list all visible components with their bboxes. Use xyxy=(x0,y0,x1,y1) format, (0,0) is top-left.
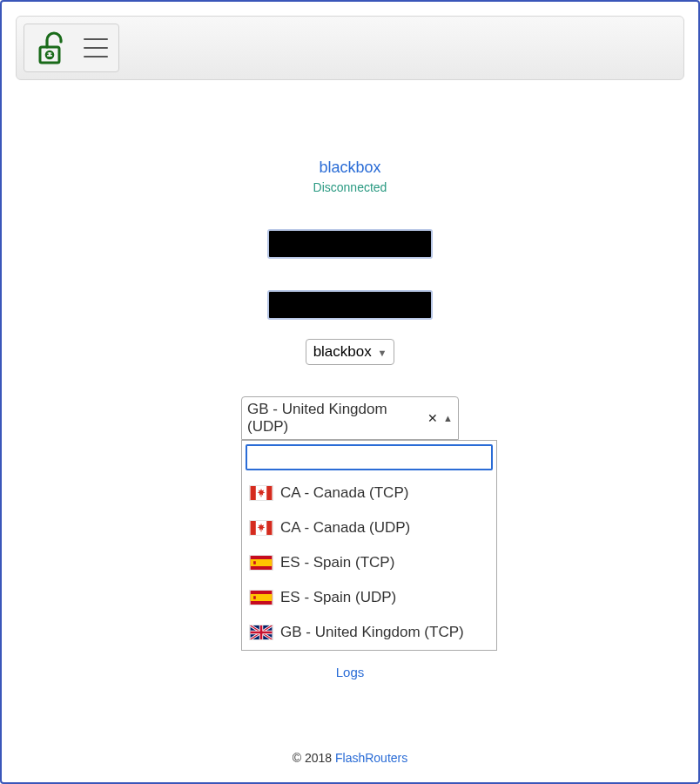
main-content: blackbox Disconnected blackbox ▼ GB - Un… xyxy=(16,159,684,679)
svg-point-2 xyxy=(47,53,49,55)
server-selected-label: GB - United Kingdom (UDP) xyxy=(247,401,426,436)
server-option-list[interactable]: CA - Canada (TCP)CA - Canada (UDP)ES - S… xyxy=(246,476,493,646)
username-field[interactable] xyxy=(267,229,433,259)
server-dropdown-panel: CA - Canada (TCP)CA - Canada (UDP)ES - S… xyxy=(241,440,497,651)
server-option-label: CA - Canada (TCP) xyxy=(280,484,408,502)
brand-link[interactable]: FlashRouters xyxy=(335,751,407,765)
server-option[interactable]: CA - Canada (TCP) xyxy=(246,476,493,510)
server-option-label: GB - United Kingdom (TCP) xyxy=(280,624,464,641)
provider-select[interactable]: blackbox ▼ xyxy=(306,339,395,365)
svg-rect-11 xyxy=(261,529,262,532)
server-combobox: GB - United Kingdom (UDP) ✕ ▲ CA - Canad… xyxy=(241,396,459,651)
server-option[interactable]: CA - Canada (UDP) xyxy=(246,510,493,545)
server-option-label: ES - Spain (TCP) xyxy=(280,554,394,571)
svg-rect-0 xyxy=(40,47,59,63)
top-bar xyxy=(16,16,684,80)
server-option[interactable]: GB - United Kingdom (TCP) xyxy=(246,615,493,646)
svg-rect-6 xyxy=(266,486,272,500)
logo-menu-group xyxy=(24,24,119,72)
svg-rect-22 xyxy=(251,632,273,634)
svg-rect-7 xyxy=(261,494,262,497)
chevron-up-icon: ▲ xyxy=(443,413,453,423)
site-name-link[interactable]: blackbox xyxy=(16,159,684,177)
logs-link[interactable]: Logs xyxy=(16,665,684,679)
clear-selection-icon[interactable]: ✕ xyxy=(426,411,440,425)
password-field[interactable] xyxy=(267,290,433,320)
unlock-logo-icon xyxy=(35,30,70,66)
server-option[interactable]: ES - Spain (TCP) xyxy=(246,545,493,580)
svg-rect-14 xyxy=(253,561,256,564)
chevron-down-icon: ▼ xyxy=(377,348,387,358)
copyright-text: © 2018 xyxy=(293,751,335,765)
server-option-label: CA - Canada (UDP) xyxy=(280,519,410,537)
provider-select-label: blackbox xyxy=(313,343,372,360)
svg-rect-10 xyxy=(266,521,272,535)
svg-rect-17 xyxy=(253,596,256,599)
server-option-label: ES - Spain (UDP) xyxy=(280,589,396,606)
server-option[interactable]: ES - Spain (UDP) xyxy=(246,580,493,615)
server-selected[interactable]: GB - United Kingdom (UDP) ✕ ▲ xyxy=(241,396,459,440)
connection-status: Disconnected xyxy=(16,180,684,194)
svg-point-3 xyxy=(50,53,52,55)
svg-rect-5 xyxy=(251,486,256,500)
server-search-input[interactable] xyxy=(246,444,493,470)
footer: © 2018 FlashRouters xyxy=(0,751,700,765)
hamburger-menu-icon[interactable] xyxy=(84,38,108,57)
svg-rect-9 xyxy=(251,521,256,535)
